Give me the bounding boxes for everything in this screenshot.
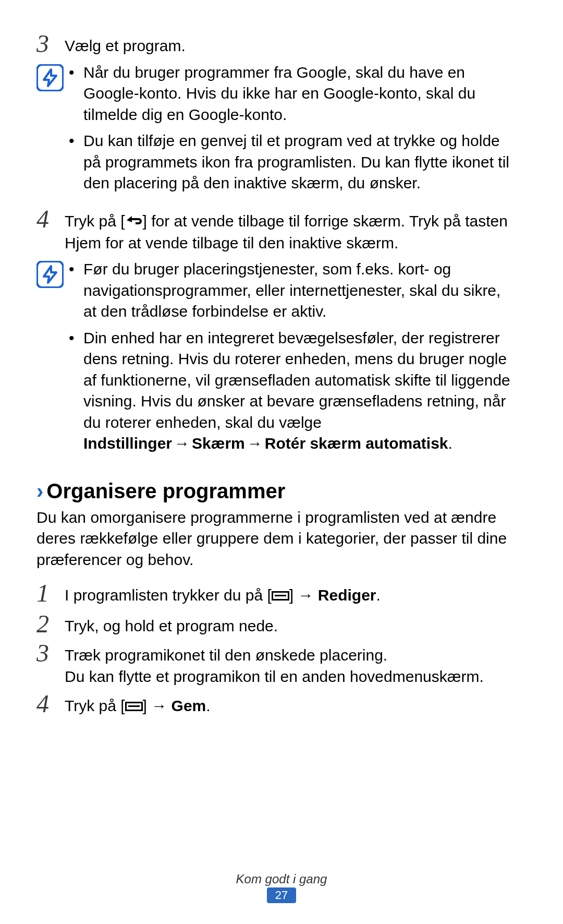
note2-item2-a: Din enhed har en integreret bevægelsesfø… (83, 329, 510, 431)
svg-rect-11 (128, 705, 140, 707)
section-heading: › Organisere programmer (36, 479, 516, 503)
chevron-icon: › (36, 481, 43, 501)
note2-item2: Din enhed har en integreret bevægelsesfø… (68, 328, 516, 454)
section-intro: Du kan omorganisere programmerne i progr… (36, 507, 516, 571)
page-number-badge: 27 (267, 887, 296, 903)
sec-step-2: 2 Tryk, og hold et program nede. (36, 611, 516, 637)
sec-step-3-text: Træk programikonet til den ønskede place… (65, 641, 484, 687)
page: 3 Vælg et program. Når du bruger program… (0, 0, 563, 924)
step-4: 4 Tryk på [] for at vende tilbage til fo… (36, 207, 516, 254)
sec-step-3: 3 Træk programikonet til den ønskede pla… (36, 641, 516, 687)
note-icon (36, 259, 68, 288)
s1-b: ] → (289, 586, 318, 604)
step-3-text: Vælg et program. (65, 31, 186, 57)
s1-bold: Rediger (318, 586, 376, 604)
sec-step-1: 1 I programlisten trykker du på [] → Red… (36, 581, 516, 607)
s4-a: Tryk på [ (65, 697, 125, 714)
note2-item1: Før du bruger placeringstjenester, som f… (68, 259, 516, 322)
svg-rect-9 (125, 703, 127, 710)
note2-bold-1: Indstillinger (83, 435, 172, 452)
step-number-4: 4 (36, 207, 65, 232)
svg-rect-0 (37, 65, 63, 91)
note2-bold-2: Skærm (192, 435, 245, 452)
s4-b: ] → (143, 697, 172, 714)
s1-dot: . (376, 586, 381, 604)
note-content-2: Før du bruger placeringstjenester, som f… (68, 259, 516, 460)
page-footer: Kom godt i gang 27 (0, 872, 563, 903)
step-4-text: Tryk på [] for at vende tilbage til forr… (65, 207, 516, 254)
note2-dot: . (448, 435, 452, 452)
section-title: Organisere programmer (46, 479, 285, 503)
sec-step-4: 4 Tryk på [] → Gem. (36, 691, 516, 717)
sec-step-4-text: Tryk på [] → Gem. (65, 691, 211, 717)
menu-icon (125, 697, 143, 718)
svg-rect-1 (37, 261, 63, 287)
arrow: → (245, 435, 265, 452)
note-icon (36, 62, 68, 91)
svg-rect-2 (272, 591, 289, 593)
footer-text: Kom godt i gang (0, 872, 563, 886)
arrow: → (172, 435, 192, 452)
step4-text-a: Tryk på [ (65, 212, 125, 230)
svg-rect-4 (272, 593, 273, 599)
svg-rect-8 (125, 710, 143, 711)
sec-step-num-1: 1 (36, 581, 65, 606)
note1-item1: Når du bruger programmer fra Google, ska… (68, 62, 516, 126)
s3-b: Du kan flytte et programikon til en ande… (65, 668, 484, 685)
svg-rect-6 (275, 595, 286, 596)
note-block-1: Når du bruger programmer fra Google, ska… (36, 62, 516, 199)
sec-step-2-text: Tryk, og hold et program nede. (65, 611, 278, 637)
step-number-3: 3 (36, 31, 65, 56)
s4-dot: . (206, 697, 210, 714)
back-icon (125, 211, 143, 233)
s4-bold: Gem (172, 697, 206, 714)
note-block-2: Før du bruger placeringstjenester, som f… (36, 259, 516, 460)
svg-rect-7 (125, 702, 143, 703)
note1-item2: Du kan tilføje en genvej til et program … (68, 130, 516, 194)
note2-bold-3: Rotér skærm automatisk (265, 435, 448, 452)
note-content-1: Når du bruger programmer fra Google, ska… (68, 62, 516, 199)
svg-rect-3 (272, 599, 289, 601)
s1-a: I programlisten trykker du på [ (65, 586, 272, 604)
sec-step-1-text: I programlisten trykker du på [] → Redig… (65, 581, 381, 607)
step-3: 3 Vælg et program. (36, 31, 516, 57)
sec-step-num-3: 3 (36, 641, 65, 666)
sec-step-num-4: 4 (36, 691, 65, 716)
menu-icon (272, 586, 289, 607)
sec-step-num-2: 2 (36, 611, 65, 637)
s3-a: Træk programikonet til den ønskede place… (65, 646, 387, 664)
